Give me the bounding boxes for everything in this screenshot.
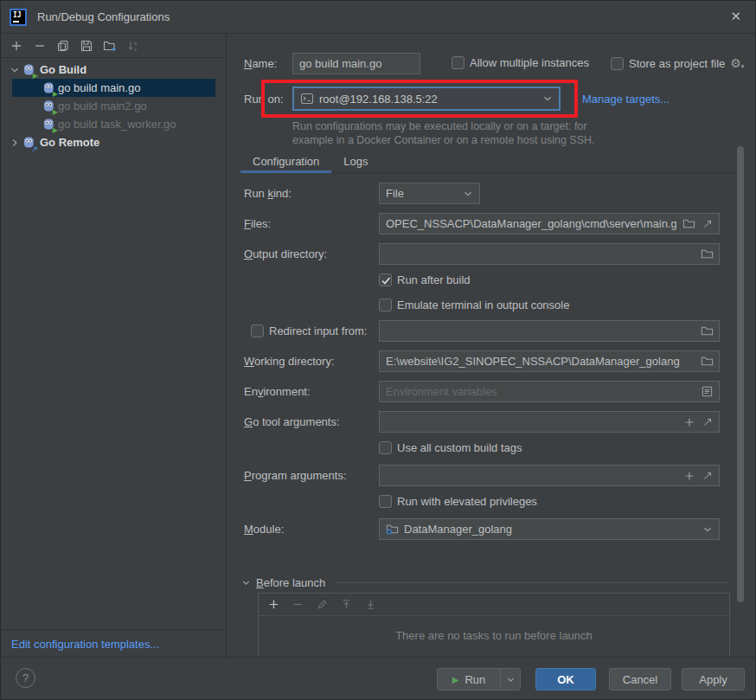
browse-variables-icon[interactable] — [701, 385, 714, 398]
tree-item-go-build-main2[interactable]: ▶ go build main2.go — [1, 97, 226, 115]
move-up-icon — [338, 597, 354, 613]
run-on-value: root@192.168.138.5:22 — [319, 93, 438, 106]
folder-icon[interactable] — [701, 247, 714, 260]
tree-item-go-build-task-worker[interactable]: ▶ go build task_worker.go — [1, 115, 226, 133]
expand-icon[interactable] — [702, 416, 714, 428]
terminal-icon — [300, 92, 314, 106]
no-tasks-message: There are no tasks to run before launch — [259, 629, 729, 642]
elevated-privileges-checkbox[interactable] — [379, 495, 392, 508]
sidebar-footer: Edit configuration templates... — [1, 629, 226, 658]
svg-text:z: z — [134, 46, 137, 51]
save-configuration-icon[interactable] — [79, 38, 94, 54]
run-on-target-select[interactable]: root@192.168.138.5:22 — [292, 87, 561, 111]
configuration-editor: Name: Allow multiple instances Store as … — [227, 34, 755, 658]
output-directory-field — [379, 243, 720, 265]
run-kind-select[interactable]: File — [379, 183, 480, 204]
chevron-right-icon[interactable] — [9, 137, 22, 149]
sort-configurations-icon: az — [125, 38, 141, 54]
go-tool-arguments-field — [379, 411, 720, 433]
redirect-input-from: Redirect input from: — [251, 324, 367, 337]
files-input[interactable] — [380, 217, 682, 230]
tree-group-go-build[interactable]: ▶ Go Build — [1, 61, 226, 79]
module-select[interactable]: DataManager_golang — [379, 518, 720, 540]
program-arguments-field — [379, 465, 720, 486]
run-after-build: Run after build — [379, 273, 471, 286]
go-remote-icon: ↗ — [22, 136, 36, 150]
run-after-build-checkbox[interactable] — [379, 273, 392, 286]
cancel-button[interactable]: Cancel — [609, 668, 671, 690]
copy-configuration-icon[interactable] — [55, 38, 71, 54]
chevron-down-icon[interactable] — [9, 64, 22, 76]
chevron-down-icon[interactable] — [240, 577, 252, 588]
tree-item-go-build-main[interactable]: ▶ go build main.go — [1, 79, 226, 97]
environment-input[interactable] — [380, 385, 701, 398]
store-as-project-file: Store as project file ⚙▾ — [611, 56, 744, 70]
allow-multiple-instances: Allow multiple instances — [452, 56, 589, 69]
folder-icon[interactable] — [682, 217, 695, 230]
intellij-logo-icon: IJ — [10, 9, 27, 26]
tab-configuration[interactable]: Configuration — [240, 150, 331, 172]
vertical-scrollbar[interactable] — [737, 146, 744, 602]
window-title: Run/Debug Configurations — [37, 10, 170, 23]
name-input[interactable] — [293, 57, 420, 70]
go-tool-arguments-label: Go tool arguments: — [244, 415, 340, 428]
add-icon[interactable] — [683, 416, 695, 428]
run-on-hint: Run configurations may be executed local… — [292, 119, 594, 147]
configurations-tree: ▶ Go Build ▶ go build main.go ▶ go build… — [1, 58, 226, 151]
module-icon — [386, 523, 399, 536]
add-configuration-icon[interactable] — [9, 38, 24, 54]
output-directory-input[interactable] — [380, 247, 701, 260]
configurations-toolbar: az — [1, 34, 226, 58]
ok-button[interactable]: OK — [535, 668, 596, 690]
custom-build-tags-checkbox[interactable] — [379, 441, 392, 454]
help-icon[interactable]: ? — [16, 668, 35, 688]
add-task-icon[interactable] — [266, 597, 281, 613]
emulate-terminal-checkbox[interactable] — [379, 299, 392, 311]
go-build-icon: ▶ — [42, 118, 56, 132]
go-tool-arguments-input[interactable] — [380, 415, 683, 428]
environment-label: Environment: — [244, 385, 311, 398]
before-launch-toolbar — [259, 594, 729, 616]
run-options-chevron-icon[interactable] — [500, 669, 520, 690]
gear-icon[interactable]: ⚙▾ — [730, 56, 744, 70]
store-as-project-checkbox[interactable] — [611, 57, 624, 70]
apply-button[interactable]: Apply — [682, 668, 745, 690]
redirect-input-input[interactable] — [380, 324, 701, 337]
expand-icon[interactable] — [702, 470, 714, 482]
redirect-input-checkbox[interactable] — [251, 324, 264, 337]
move-down-icon — [362, 597, 378, 613]
program-arguments-label: Program arguments: — [244, 469, 347, 482]
run-kind-label: Run kind: — [244, 187, 292, 200]
chevron-down-icon — [702, 523, 714, 536]
working-directory-input[interactable] — [380, 355, 701, 368]
working-directory-field — [379, 350, 720, 372]
new-folder-icon[interactable] — [102, 38, 118, 54]
allow-multiple-checkbox[interactable] — [452, 56, 464, 69]
edit-templates-link[interactable]: Edit configuration templates... — [11, 638, 159, 651]
chevron-down-icon — [462, 188, 474, 200]
folder-icon[interactable] — [701, 355, 714, 368]
tab-logs[interactable]: Logs — [331, 150, 380, 172]
chevron-down-icon — [541, 93, 554, 105]
configurations-sidebar: az ▶ Go Build ▶ go build main.go — [1, 34, 227, 658]
files-label: Files: — [244, 217, 271, 230]
output-directory-label: Output directory: — [244, 247, 327, 260]
manage-targets-link[interactable]: Manage targets... — [582, 93, 670, 106]
title-bar: IJ Run/Debug Configurations ✕ — [1, 1, 755, 34]
close-icon[interactable]: ✕ — [730, 9, 741, 24]
remove-configuration-icon[interactable] — [32, 38, 48, 54]
run-on-label: Run on: — [244, 93, 284, 106]
folder-icon[interactable] — [701, 324, 714, 337]
working-directory-label: Working directory: — [244, 355, 335, 368]
files-field — [379, 213, 720, 234]
redirect-input-field — [379, 320, 720, 342]
run-button[interactable]: ▶ Run — [437, 668, 521, 690]
program-arguments-input[interactable] — [380, 469, 683, 482]
go-build-icon: ▶ — [42, 81, 56, 95]
before-launch-label: Before launch — [256, 576, 325, 589]
add-icon[interactable] — [683, 470, 695, 482]
expand-icon[interactable] — [702, 218, 714, 230]
run-debug-configurations-dialog: IJ Run/Debug Configurations ✕ az — [0, 0, 756, 700]
edit-task-icon — [314, 597, 330, 613]
tree-group-go-remote[interactable]: ↗ Go Remote — [1, 133, 226, 151]
